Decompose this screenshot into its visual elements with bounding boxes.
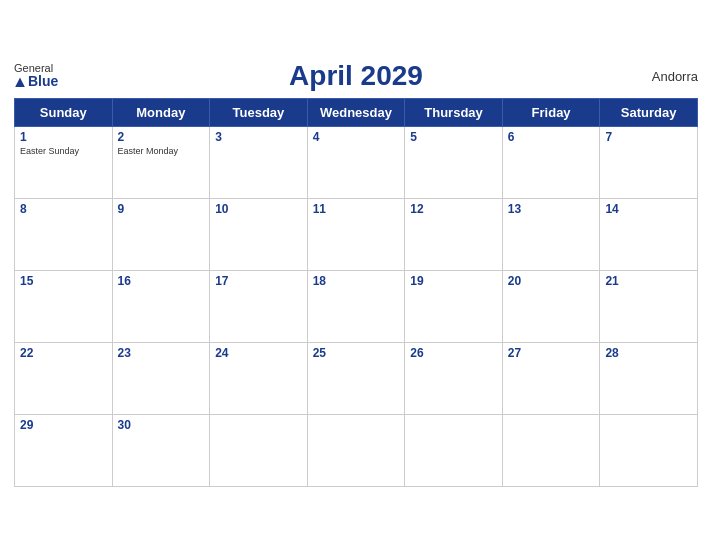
weekday-header-row: Sunday Monday Tuesday Wednesday Thursday… <box>15 98 698 126</box>
day-number: 21 <box>605 274 692 288</box>
day-cell-2-0: 15 <box>15 270 113 342</box>
day-number: 27 <box>508 346 595 360</box>
week-row-3: 15161718192021 <box>15 270 698 342</box>
day-cell-1-5: 13 <box>502 198 600 270</box>
day-cell-4-6 <box>600 414 698 486</box>
day-cell-0-5: 6 <box>502 126 600 198</box>
day-number: 7 <box>605 130 692 144</box>
calendar-body: 1Easter Sunday2Easter Monday345678910111… <box>15 126 698 486</box>
logo-icon <box>14 76 26 88</box>
day-number: 30 <box>118 418 205 432</box>
day-cell-4-0: 29 <box>15 414 113 486</box>
day-number: 3 <box>215 130 302 144</box>
day-number: 20 <box>508 274 595 288</box>
day-cell-0-2: 3 <box>210 126 308 198</box>
day-cell-1-2: 10 <box>210 198 308 270</box>
day-cell-3-5: 27 <box>502 342 600 414</box>
day-number: 13 <box>508 202 595 216</box>
day-cell-3-0: 22 <box>15 342 113 414</box>
calendar-title: April 2029 <box>289 60 423 92</box>
day-cell-0-1: 2Easter Monday <box>112 126 210 198</box>
holiday-label: Easter Monday <box>118 146 205 156</box>
day-cell-2-4: 19 <box>405 270 503 342</box>
day-cell-4-3 <box>307 414 405 486</box>
day-number: 11 <box>313 202 400 216</box>
day-number: 4 <box>313 130 400 144</box>
day-cell-1-4: 12 <box>405 198 503 270</box>
day-number: 8 <box>20 202 107 216</box>
day-cell-4-5 <box>502 414 600 486</box>
week-row-5: 2930 <box>15 414 698 486</box>
logo: General Blue <box>14 62 58 89</box>
day-number: 25 <box>313 346 400 360</box>
day-number: 15 <box>20 274 107 288</box>
holiday-label: Easter Sunday <box>20 146 107 156</box>
day-cell-0-6: 7 <box>600 126 698 198</box>
day-cell-2-2: 17 <box>210 270 308 342</box>
week-row-4: 22232425262728 <box>15 342 698 414</box>
day-number: 18 <box>313 274 400 288</box>
week-row-2: 891011121314 <box>15 198 698 270</box>
day-number: 1 <box>20 130 107 144</box>
day-cell-2-6: 21 <box>600 270 698 342</box>
svg-marker-0 <box>15 77 25 87</box>
day-cell-1-0: 8 <box>15 198 113 270</box>
calendar-header: General Blue April 2029 Andorra <box>14 60 698 92</box>
day-number: 2 <box>118 130 205 144</box>
header-thursday: Thursday <box>405 98 503 126</box>
day-number: 14 <box>605 202 692 216</box>
logo-blue-text: Blue <box>14 74 58 89</box>
day-cell-3-3: 25 <box>307 342 405 414</box>
week-row-1: 1Easter Sunday2Easter Monday34567 <box>15 126 698 198</box>
day-cell-3-1: 23 <box>112 342 210 414</box>
day-number: 17 <box>215 274 302 288</box>
header-sunday: Sunday <box>15 98 113 126</box>
header-tuesday: Tuesday <box>210 98 308 126</box>
day-number: 16 <box>118 274 205 288</box>
day-cell-3-4: 26 <box>405 342 503 414</box>
day-cell-0-0: 1Easter Sunday <box>15 126 113 198</box>
day-cell-3-6: 28 <box>600 342 698 414</box>
region-label: Andorra <box>652 68 698 83</box>
header-monday: Monday <box>112 98 210 126</box>
header-wednesday: Wednesday <box>307 98 405 126</box>
calendar-wrapper: General Blue April 2029 Andorra Sunday M… <box>0 50 712 501</box>
calendar-table: Sunday Monday Tuesday Wednesday Thursday… <box>14 98 698 487</box>
day-number: 10 <box>215 202 302 216</box>
day-cell-1-1: 9 <box>112 198 210 270</box>
day-cell-2-5: 20 <box>502 270 600 342</box>
day-number: 23 <box>118 346 205 360</box>
day-number: 26 <box>410 346 497 360</box>
day-cell-4-2 <box>210 414 308 486</box>
day-number: 29 <box>20 418 107 432</box>
day-cell-2-3: 18 <box>307 270 405 342</box>
day-cell-1-6: 14 <box>600 198 698 270</box>
day-number: 5 <box>410 130 497 144</box>
day-cell-2-1: 16 <box>112 270 210 342</box>
day-cell-4-4 <box>405 414 503 486</box>
day-cell-4-1: 30 <box>112 414 210 486</box>
day-cell-1-3: 11 <box>307 198 405 270</box>
day-number: 6 <box>508 130 595 144</box>
day-cell-3-2: 24 <box>210 342 308 414</box>
day-number: 28 <box>605 346 692 360</box>
header-saturday: Saturday <box>600 98 698 126</box>
day-cell-0-3: 4 <box>307 126 405 198</box>
day-number: 9 <box>118 202 205 216</box>
day-number: 12 <box>410 202 497 216</box>
day-number: 22 <box>20 346 107 360</box>
header-friday: Friday <box>502 98 600 126</box>
day-number: 24 <box>215 346 302 360</box>
day-cell-0-4: 5 <box>405 126 503 198</box>
day-number: 19 <box>410 274 497 288</box>
